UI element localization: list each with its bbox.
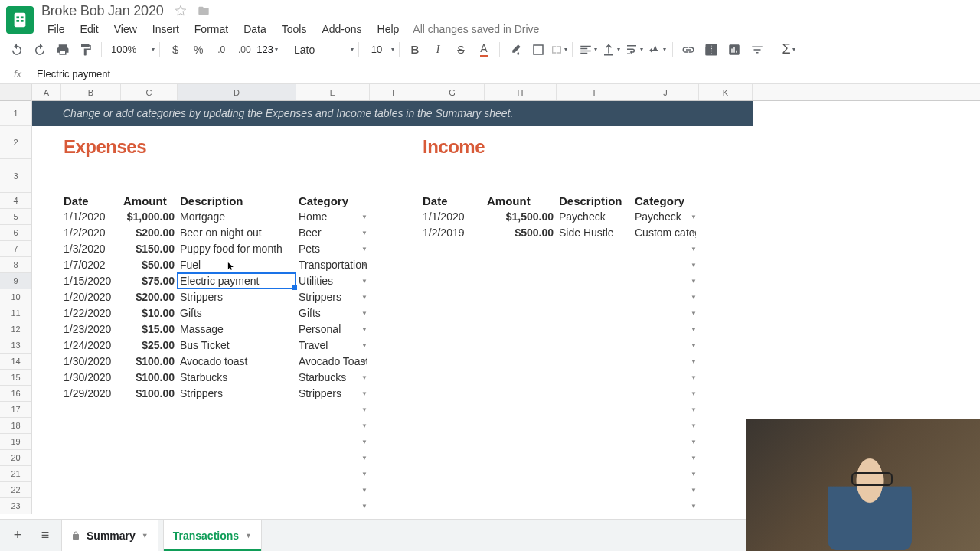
cell[interactable] <box>485 159 557 193</box>
cell[interactable] <box>485 498 557 514</box>
cell[interactable]: $50.00 <box>121 257 178 273</box>
cell[interactable] <box>32 273 61 289</box>
cell[interactable]: 1/20/2020 <box>61 289 121 305</box>
sheet-row[interactable]: 1/7/0202$50.00FuelTransportation▼▼ <box>32 257 980 273</box>
menu-view[interactable]: View <box>108 21 143 37</box>
category-dropdown[interactable]: Paycheck▼ <box>632 209 699 225</box>
cell[interactable] <box>370 273 420 289</box>
cell[interactable]: $200.00 <box>121 289 178 305</box>
row-header[interactable]: 13 <box>0 337 31 354</box>
cell[interactable]: 1/30/2020 <box>61 370 121 386</box>
category-dropdown[interactable]: ▼ <box>296 482 370 498</box>
dropdown-arrow-icon[interactable]: ▼ <box>361 374 368 381</box>
paint-format-icon[interactable] <box>75 39 96 60</box>
strikethrough-icon[interactable]: S <box>450 39 472 60</box>
cell[interactable] <box>699 305 753 321</box>
cell[interactable] <box>699 354 753 370</box>
dropdown-arrow-icon[interactable]: ▼ <box>691 503 697 510</box>
cell[interactable] <box>178 434 296 450</box>
cell[interactable] <box>370 193 420 209</box>
cell[interactable] <box>32 434 61 450</box>
sheet-row[interactable]: 1/30/2020$100.00StarbucksStarbucks▼▼ <box>32 370 980 386</box>
cell[interactable]: Strippers <box>178 289 296 305</box>
menu-help[interactable]: Help <box>371 21 406 37</box>
sheets-logo-icon[interactable] <box>6 6 34 34</box>
insert-chart-icon[interactable] <box>724 39 745 60</box>
dropdown-arrow-icon[interactable]: ▼ <box>691 246 697 253</box>
cell[interactable] <box>485 273 557 289</box>
row-header[interactable]: 21 <box>0 466 31 482</box>
cell[interactable] <box>370 257 420 273</box>
text-wrap-icon[interactable] <box>623 39 645 60</box>
col-header-D[interactable]: D <box>178 84 296 100</box>
cell[interactable]: Amount <box>121 193 178 209</box>
cell[interactable] <box>370 241 420 257</box>
formula-input[interactable]: Electric payment <box>29 68 974 80</box>
cell[interactable] <box>699 241 753 257</box>
cell[interactable]: 1/3/2020 <box>61 241 121 257</box>
cell[interactable] <box>370 434 420 450</box>
cell[interactable] <box>370 354 420 370</box>
cell[interactable] <box>32 482 61 498</box>
category-dropdown[interactable]: ▼ <box>632 418 699 434</box>
text-color-icon[interactable]: A <box>473 39 495 60</box>
cell[interactable] <box>699 482 753 498</box>
row-header[interactable]: 11 <box>0 305 31 321</box>
category-dropdown[interactable]: Gifts▼ <box>296 305 370 321</box>
dropdown-arrow-icon[interactable]: ▼ <box>361 294 368 301</box>
dropdown-arrow-icon[interactable]: ▼ <box>361 455 368 461</box>
cell[interactable] <box>699 418 753 434</box>
dropdown-arrow-icon[interactable]: ▼ <box>691 358 697 365</box>
category-dropdown[interactable]: Strippers▼ <box>296 289 370 305</box>
category-dropdown[interactable]: ▼ <box>632 482 699 498</box>
dropdown-arrow-icon[interactable]: ▼ <box>361 406 368 413</box>
cell[interactable] <box>32 386 61 402</box>
row-header[interactable]: 10 <box>0 289 31 305</box>
cell[interactable]: Date <box>420 193 485 209</box>
cell[interactable] <box>485 434 557 450</box>
cell[interactable] <box>370 450 420 466</box>
category-dropdown[interactable]: ▼ <box>632 289 699 305</box>
cell[interactable] <box>32 159 61 193</box>
row-header[interactable]: 1 <box>0 101 31 126</box>
dropdown-arrow-icon[interactable]: ▼ <box>361 230 368 236</box>
cell[interactable] <box>699 159 753 193</box>
cell[interactable] <box>485 257 557 273</box>
cell[interactable] <box>370 482 420 498</box>
dropdown-arrow-icon[interactable]: ▼ <box>691 471 697 478</box>
category-dropdown[interactable]: Personal▼ <box>296 321 370 337</box>
cell[interactable] <box>420 498 485 514</box>
star-icon[interactable] <box>175 5 187 17</box>
category-dropdown[interactable]: Avocado Toast▼ <box>296 354 370 370</box>
dropdown-arrow-icon[interactable]: ▼ <box>691 422 697 429</box>
cell[interactable]: Description <box>178 193 296 209</box>
save-status[interactable]: All changes saved in Drive <box>408 21 544 37</box>
cell[interactable] <box>370 225 420 241</box>
category-dropdown[interactable]: Strippers▼ <box>296 386 370 402</box>
dropdown-arrow-icon[interactable]: ▼ <box>691 374 697 381</box>
cell[interactable] <box>557 354 632 370</box>
cell[interactable] <box>699 209 753 225</box>
cell[interactable]: $100.00 <box>121 354 178 370</box>
select-all-corner[interactable] <box>0 84 31 101</box>
category-dropdown[interactable]: ▼ <box>632 402 699 418</box>
category-dropdown[interactable]: Transportation▼ <box>296 257 370 273</box>
menu-addons[interactable]: Add-ons <box>315 21 368 37</box>
category-dropdown[interactable]: ▼ <box>632 386 699 402</box>
cell[interactable]: 1/2/2020 <box>61 225 121 241</box>
cell[interactable] <box>370 402 420 418</box>
dropdown-arrow-icon[interactable]: ▼ <box>361 246 368 253</box>
cell[interactable] <box>485 418 557 434</box>
cell[interactable] <box>699 321 753 337</box>
cell[interactable] <box>632 159 699 193</box>
category-dropdown[interactable]: ▼ <box>632 257 699 273</box>
cell[interactable] <box>32 241 61 257</box>
sheet-row[interactable]: 1/20/2020$200.00StrippersStrippers▼▼ <box>32 289 980 305</box>
cell[interactable] <box>699 257 753 273</box>
category-dropdown[interactable]: Beer▼ <box>296 225 370 241</box>
category-dropdown[interactable]: ▼ <box>632 321 699 337</box>
row-header[interactable]: 12 <box>0 321 31 337</box>
sheet-row[interactable]: 1/23/2020$15.00MassagePersonal▼▼ <box>32 321 980 337</box>
cell[interactable] <box>32 466 61 482</box>
dropdown-arrow-icon[interactable]: ▼ <box>691 390 697 397</box>
